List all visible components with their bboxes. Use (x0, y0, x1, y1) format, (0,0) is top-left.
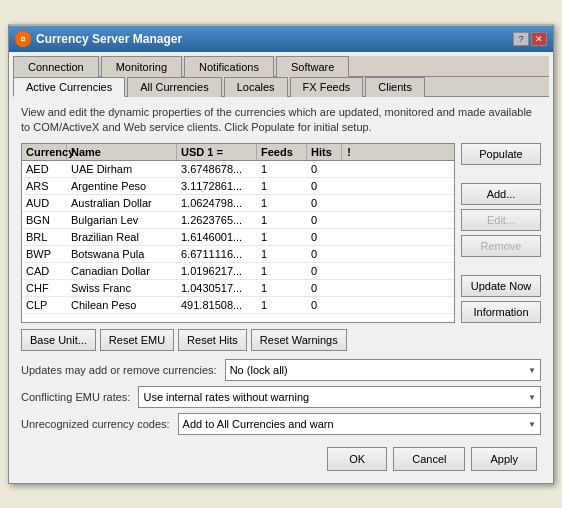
table-row[interactable]: AED UAE Dirham 3.6748678... 1 0 (22, 161, 454, 178)
help-button[interactable]: ? (513, 32, 529, 46)
cell-hits: 0 (307, 297, 342, 313)
tab-software[interactable]: Software (276, 56, 349, 77)
cell-name: Bulgarian Lev (67, 212, 177, 228)
tab-active-currencies[interactable]: Active Currencies (13, 77, 125, 97)
description-text: View and edit the dynamic properties of … (21, 105, 541, 136)
cell-hits: 0 (307, 229, 342, 245)
table-section: Currency Name USD 1 = Feeds Hits ! AED U… (21, 143, 541, 323)
cell-currency: CLP (22, 297, 67, 313)
cell-name: Swiss Franc (67, 280, 177, 296)
unrecognized-value: Add to All Currencies and warn (183, 418, 334, 430)
cell-currency: ARS (22, 178, 67, 194)
unrecognized-dropdown[interactable]: Add to All Currencies and warn ▼ (178, 413, 541, 435)
cell-name: UAE Dirham (67, 161, 177, 177)
cell-feeds: 1 (257, 212, 307, 228)
dialog-footer: OK Cancel Apply (21, 447, 541, 471)
cell-usd: 1.0430517... (177, 280, 257, 296)
updates-row: Updates may add or remove currencies: No… (21, 359, 541, 381)
top-tab-bar: Connection Monitoring Notifications Soft… (13, 56, 549, 77)
cell-feeds: 1 (257, 263, 307, 279)
cell-feeds: 1 (257, 280, 307, 296)
table-row[interactable]: BRL Brazilian Real 1.6146001... 1 0 (22, 229, 454, 246)
col-hits: Hits (307, 144, 342, 160)
updates-dropdown[interactable]: No (lock all) ▼ (225, 359, 541, 381)
tab-monitoring[interactable]: Monitoring (101, 56, 182, 77)
cell-hits: 0 (307, 212, 342, 228)
cell-hits: 0 (307, 161, 342, 177)
cell-currency: AED (22, 161, 67, 177)
cell-name: Chilean Peso (67, 297, 177, 313)
cell-usd: 3.1172861... (177, 178, 257, 194)
cell-name: Botswana Pula (67, 246, 177, 262)
window-title: Currency Server Manager (36, 32, 182, 46)
main-window: ¤ Currency Server Manager ? ✕ Connection… (8, 24, 554, 485)
reset-hits-button[interactable]: Reset Hits (178, 329, 247, 351)
cell-feeds: 1 (257, 178, 307, 194)
conflicting-row: Conflicting EMU rates: Use internal rate… (21, 386, 541, 408)
apply-button[interactable]: Apply (471, 447, 537, 471)
base-unit-button[interactable]: Base Unit... (21, 329, 96, 351)
cell-feeds: 1 (257, 246, 307, 262)
add-button[interactable]: Add... (461, 183, 541, 205)
tab-notifications[interactable]: Notifications (184, 56, 274, 77)
main-area: View and edit the dynamic properties of … (13, 97, 549, 480)
populate-button[interactable]: Populate (461, 143, 541, 165)
col-name: Name (67, 144, 177, 160)
cell-currency: BGN (22, 212, 67, 228)
col-usd: USD 1 = (177, 144, 257, 160)
tab-all-currencies[interactable]: All Currencies (127, 77, 221, 97)
cell-usd: 1.2623765... (177, 212, 257, 228)
cell-usd: 1.0624798... (177, 195, 257, 211)
cell-usd: 6.6711116... (177, 246, 257, 262)
cell-name: Canadian Dollar (67, 263, 177, 279)
table-row[interactable]: CHF Swiss Franc 1.0430517... 1 0 (22, 280, 454, 297)
conflicting-dropdown[interactable]: Use internal rates without warning ▼ (138, 386, 541, 408)
tab-clients[interactable]: Clients (365, 77, 425, 97)
cell-name: Brazilian Real (67, 229, 177, 245)
inner-tab-bar: Active Currencies All Currencies Locales… (13, 77, 549, 97)
table-row[interactable]: CAD Canadian Dollar 1.0196217... 1 0 (22, 263, 454, 280)
table-row[interactable]: BWP Botswana Pula 6.6711116... 1 0 (22, 246, 454, 263)
remove-button[interactable]: Remove (461, 235, 541, 257)
updates-arrow-icon: ▼ (528, 366, 536, 375)
reset-warnings-button[interactable]: Reset Warnings (251, 329, 347, 351)
tab-connection[interactable]: Connection (13, 56, 99, 77)
bottom-buttons: Base Unit... Reset EMU Reset Hits Reset … (21, 329, 541, 351)
cell-feeds: 1 (257, 161, 307, 177)
cell-hits: 0 (307, 280, 342, 296)
cell-usd: 491.81508... (177, 297, 257, 313)
cell-currency: AUD (22, 195, 67, 211)
form-rows: Updates may add or remove currencies: No… (21, 359, 541, 435)
updates-label: Updates may add or remove currencies: (21, 364, 217, 376)
table-row[interactable]: CLP Chilean Peso 491.81508... 1 0 (22, 297, 454, 314)
table-row[interactable]: ARS Argentine Peso 3.1172861... 1 0 (22, 178, 454, 195)
table-body[interactable]: AED UAE Dirham 3.6748678... 1 0 ARS Arge… (22, 161, 454, 321)
cell-hits: 0 (307, 178, 342, 194)
cell-feeds: 1 (257, 195, 307, 211)
close-button[interactable]: ✕ (531, 32, 547, 46)
table-row[interactable]: AUD Australian Dollar 1.0624798... 1 0 (22, 195, 454, 212)
cancel-button[interactable]: Cancel (393, 447, 465, 471)
conflicting-value: Use internal rates without warning (143, 391, 309, 403)
cell-name: Argentine Peso (67, 178, 177, 194)
update-now-button[interactable]: Update Now (461, 275, 541, 297)
unrecognized-label: Unrecognized currency codes: (21, 418, 170, 430)
title-bar-left: ¤ Currency Server Manager (15, 31, 182, 47)
table-row[interactable]: BGN Bulgarian Lev 1.2623765... 1 0 (22, 212, 454, 229)
cell-usd: 1.6146001... (177, 229, 257, 245)
ok-button[interactable]: OK (327, 447, 387, 471)
conflicting-arrow-icon: ▼ (528, 393, 536, 402)
tab-locales[interactable]: Locales (224, 77, 288, 97)
information-button[interactable]: Information (461, 301, 541, 323)
reset-emu-button[interactable]: Reset EMU (100, 329, 174, 351)
cell-currency: CHF (22, 280, 67, 296)
cell-usd: 1.0196217... (177, 263, 257, 279)
unrecognized-row: Unrecognized currency codes: Add to All … (21, 413, 541, 435)
tab-fx-feeds[interactable]: FX Feeds (290, 77, 364, 97)
cell-hits: 0 (307, 195, 342, 211)
cell-name: Australian Dollar (67, 195, 177, 211)
side-buttons: Populate Add... Edit... Remove Update No… (461, 143, 541, 323)
edit-button[interactable]: Edit... (461, 209, 541, 231)
currencies-table: Currency Name USD 1 = Feeds Hits ! AED U… (21, 143, 455, 323)
cell-currency: BRL (22, 229, 67, 245)
